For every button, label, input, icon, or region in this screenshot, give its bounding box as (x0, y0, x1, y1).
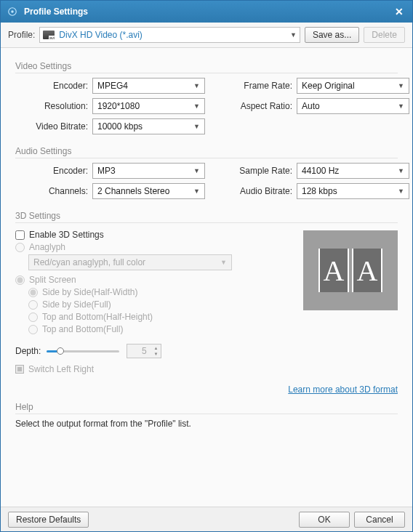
sbs-half-width-label: Side by Side(Half-Width) (42, 287, 137, 297)
anaglyph-label: Anaglyph (29, 242, 65, 252)
chevron-down-icon: ▼ (398, 102, 404, 110)
restore-defaults-button[interactable]: Restore Defaults (8, 512, 89, 528)
channels-label: Channels: (15, 186, 88, 196)
close-icon[interactable]: ✕ (392, 4, 406, 19)
video-settings-group: Video Settings (15, 61, 398, 73)
depth-spinner: 5 ▲▼ (127, 344, 161, 358)
chevron-down-icon: ▼ (193, 188, 200, 195)
profile-format-icon (43, 31, 55, 39)
aspect-ratio-label: Aspect Ratio: (220, 101, 292, 111)
chevron-down-icon: ▼ (193, 167, 200, 174)
titlebar: Profile Settings ✕ (1, 1, 412, 23)
split-screen-radio (15, 275, 25, 285)
sbs-full-radio (28, 300, 38, 310)
chevron-down-icon: ▼ (290, 31, 297, 39)
cancel-button[interactable]: Cancel (354, 512, 405, 528)
audio-bitrate-select[interactable]: 128 kbps▼ (297, 183, 409, 199)
split-screen-label: Split Screen (29, 275, 76, 285)
profile-value: DivX HD Video (*.avi) (59, 30, 290, 40)
resolution-label: Resolution: (15, 101, 88, 111)
spinner-down-icon: ▼ (151, 351, 160, 357)
audio-bitrate-label: Audio Bitrate: (220, 186, 292, 196)
chevron-down-icon: ▼ (193, 102, 200, 110)
enable-3d-label: Enable 3D Settings (29, 230, 104, 240)
channels-select[interactable]: 2 Channels Stereo▼ (92, 183, 205, 199)
threed-preview: A A (303, 230, 398, 310)
aspect-ratio-select[interactable]: Auto▼ (297, 98, 409, 114)
tab-half-height-radio (28, 313, 38, 322)
frame-rate-select[interactable]: Keep Original▼ (297, 78, 409, 94)
audio-encoder-label: Encoder: (15, 166, 88, 176)
video-encoder-select[interactable]: MPEG4▼ (92, 78, 205, 94)
preview-letter-left: A (318, 249, 349, 292)
chevron-down-icon: ▼ (193, 82, 200, 89)
chevron-down-icon: ▼ (220, 259, 227, 266)
sample-rate-label: Sample Rate: (220, 166, 292, 176)
ok-button[interactable]: OK (299, 512, 350, 528)
profile-label: Profile: (8, 30, 35, 40)
sbs-half-width-radio (28, 288, 38, 297)
delete-button: Delete (364, 27, 405, 43)
spinner-up-icon: ▲ (151, 345, 160, 351)
audio-encoder-select[interactable]: MP3▼ (92, 163, 205, 179)
save-as-button[interactable]: Save as... (305, 27, 359, 43)
help-text: Select the output format from the "Profi… (15, 419, 398, 429)
video-bitrate-label: Video Bitrate: (15, 121, 88, 132)
profile-toolbar: Profile: DivX HD Video (*.avi) ▼ Save as… (1, 23, 412, 48)
depth-label: Depth: (15, 346, 41, 356)
help-group: Help (15, 402, 398, 414)
content-area: Video Settings Encoder: MPEG4▼ Frame Rat… (1, 48, 412, 507)
preview-letter-right: A (352, 249, 382, 292)
depth-slider[interactable] (47, 346, 119, 356)
video-bitrate-select[interactable]: 10000 kbps▼ (92, 118, 205, 134)
tab-full-radio (28, 325, 38, 334)
chevron-down-icon: ▼ (398, 167, 404, 174)
sample-rate-select[interactable]: 44100 Hz▼ (297, 163, 409, 179)
app-icon (7, 6, 18, 17)
switch-left-right-label: Switch Left Right (28, 364, 94, 374)
tab-half-height-label: Top and Bottom(Half-Height) (42, 312, 153, 322)
audio-settings-group: Audio Settings (15, 146, 398, 158)
tab-full-label: Top and Bottom(Full) (42, 324, 123, 334)
profile-select[interactable]: DivX HD Video (*.avi) ▼ (39, 27, 300, 43)
frame-rate-label: Frame Rate: (220, 81, 292, 91)
learn-more-3d-link[interactable]: Learn more about 3D format (288, 384, 398, 395)
threed-settings-group: 3D Settings (15, 211, 398, 223)
sbs-full-label: Side by Side(Full) (42, 299, 111, 310)
switch-left-right-checkbox (15, 365, 24, 374)
enable-3d-checkbox[interactable] (15, 230, 25, 240)
video-encoder-label: Encoder: (15, 81, 88, 91)
profile-settings-window: Profile Settings ✕ Profile: DivX HD Vide… (0, 0, 413, 532)
footer: Restore Defaults OK Cancel (1, 507, 412, 531)
chevron-down-icon: ▼ (398, 188, 404, 195)
chevron-down-icon: ▼ (398, 82, 404, 89)
chevron-down-icon: ▼ (193, 123, 200, 130)
resolution-select[interactable]: 1920*1080▼ (92, 98, 205, 114)
anaglyph-select: Red/cyan anaglyph, full color▼ (28, 254, 232, 270)
window-title: Profile Settings (24, 7, 392, 17)
svg-point-1 (11, 10, 14, 13)
anaglyph-radio (15, 243, 25, 252)
